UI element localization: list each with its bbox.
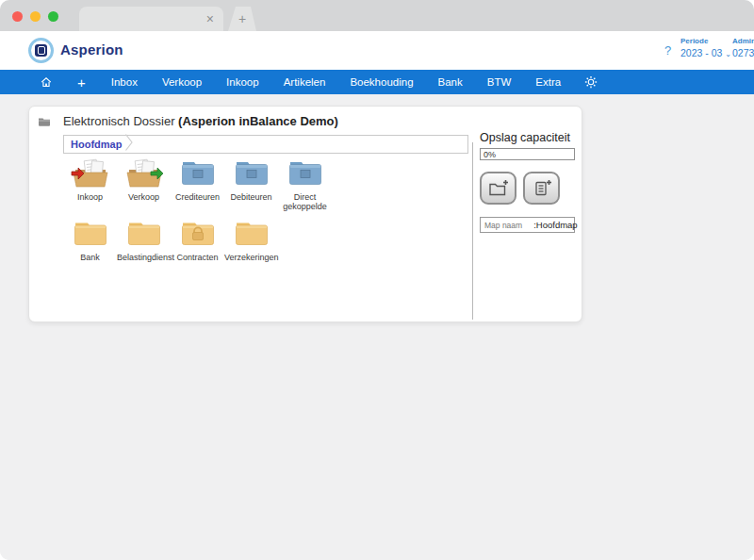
logo-inner-square [35,44,47,57]
tab-close-icon[interactable]: × [206,10,214,27]
open-folder-arrow-out-icon [117,157,171,191]
nav-item-inbox[interactable]: Inbox [99,76,150,88]
dossier-card: Elektronisch Dossier (Asperion inBalance… [28,106,582,322]
nav-item-inkoop[interactable]: Inkoop [214,76,271,88]
map-naam-label: Map naam [481,221,522,230]
folder-contracten[interactable]: Contracten [171,218,224,262]
folder-crediteuren[interactable]: Crediteuren [171,157,224,212]
yellow-folder-icon [117,218,171,252]
periode-selector[interactable]: Periode 2023 - 03 ⌄ [680,37,731,58]
storage-progress-bar: 0% [480,148,575,160]
breadcrumb: Hoofdmap [63,135,468,154]
gear-icon[interactable] [573,75,609,89]
nav-item-boekhouding[interactable]: Boekhouding [337,76,425,88]
folder-verzekeringen[interactable]: Verzekeringen [224,218,278,262]
folder-label: Belastingdienst [117,253,171,262]
blue-folder-icon [278,157,332,191]
folder-label: Inkoop [63,192,117,202]
folder-label: Debiteuren [224,192,278,202]
browser-chrome: × + [0,0,754,31]
storage-title: Opslag capaciteit [480,131,578,144]
yellow-folder-icon [224,218,278,252]
dossier-folder-icon [38,113,51,130]
new-folder-button[interactable] [480,172,516,205]
panel-divider [472,142,473,320]
folder-label: Crediteuren [171,192,224,202]
administration-value: 02739 [732,47,754,58]
storage-progress-value: 0% [484,150,496,159]
minimize-window-button[interactable] [30,11,41,22]
page-title-bold: (Asperion inBalance Demo) [178,114,338,128]
nav-item-bank[interactable]: Bank [426,76,475,88]
close-window-button[interactable] [12,11,23,22]
yellow-folder-icon [63,218,117,252]
folder-label: Verkoop [117,192,171,202]
help-icon[interactable]: ? [664,43,671,58]
main-nav: + Inbox Verkoop Inkoop Artikelen Boekhou… [0,70,754,94]
blue-folder-icon [224,157,278,191]
administration-label: Admini [732,37,754,45]
breadcrumb-hoofdmap[interactable]: Hoofdmap [64,139,122,150]
brand-name: Asperion [60,41,123,58]
page-body: Elektronisch Dossier (Asperion inBalance… [0,94,754,560]
chevron-down-icon: ⌄ [725,50,731,58]
nav-item-verkoop[interactable]: Verkoop [150,76,214,88]
map-naam-field[interactable]: Map naam :Hoofdmap [480,217,575,233]
folder-inkoop[interactable]: Inkoop [63,157,117,212]
new-tab-button[interactable]: + [228,7,256,31]
action-buttons [480,172,578,205]
open-folder-arrow-in-icon [63,157,117,191]
asperion-logo-icon [28,38,54,63]
nav-add-icon[interactable]: + [64,74,99,91]
maximize-window-button[interactable] [48,11,58,22]
traffic-lights [12,11,58,22]
folder-row-1: Inkoop [63,157,459,212]
folder-bank[interactable]: Bank [63,218,117,262]
map-naam-value: :Hoofdmap [533,220,577,230]
folder-grid: Inkoop [63,157,459,262]
home-icon[interactable] [28,75,64,89]
folder-debiteuren[interactable]: Debiteuren [224,157,278,212]
page-title-normal: Elektronisch Dossier [63,114,178,128]
new-document-button[interactable] [523,172,560,205]
periode-label: Periode [680,37,731,45]
app-header: Asperion ? Periode 2023 - 03 ⌄ Admini 02… [0,31,754,70]
folder-direct-gekoppelde[interactable]: Direct gekoppelde [278,157,332,212]
breadcrumb-chevron-icon [125,134,133,155]
yellow-folder-locked-icon [171,218,224,252]
folder-verkoop[interactable]: Verkoop [117,157,171,212]
folder-belastingdienst[interactable]: Belastingdienst [117,218,171,262]
periode-value: 2023 - 03 [680,47,722,58]
page-title: Elektronisch Dossier (Asperion inBalance… [63,114,338,128]
nav-item-artikelen[interactable]: Artikelen [271,76,338,88]
folder-label: Contracten [171,253,224,262]
nav-item-extra[interactable]: Extra [523,76,573,88]
folder-row-2: Bank Belastingdienst [63,218,459,262]
folder-label: Direct gekoppelde [278,192,332,212]
folder-label: Verzekeringen [224,253,278,262]
browser-window: × + Asperion ? Periode 2023 - 03 ⌄ Admin… [0,0,754,560]
folder-label: Bank [63,253,117,262]
storage-panel: Opslag capaciteit 0% [480,131,578,233]
browser-tab[interactable]: × [79,7,223,31]
nav-item-btw[interactable]: BTW [475,76,524,88]
blue-folder-icon [171,157,224,191]
administration-selector[interactable]: Admini 02739 [732,37,754,58]
